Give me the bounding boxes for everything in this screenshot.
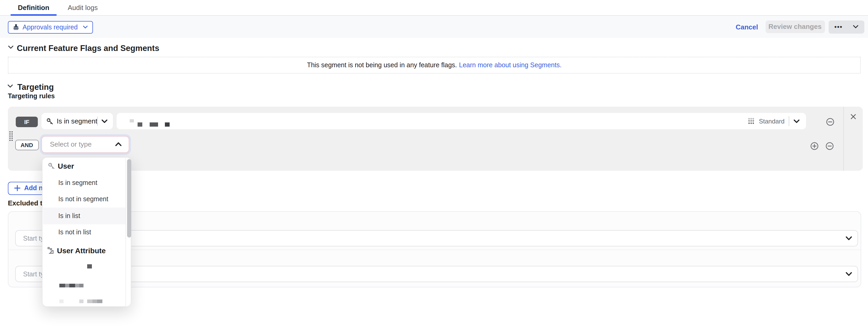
operator-select[interactable]: Is in segment <box>41 113 113 129</box>
to-segments-input[interactable] <box>15 266 858 282</box>
rule-card-divider <box>843 107 844 171</box>
key-icon <box>48 162 55 170</box>
menu-group-user-attribute: User Attribute <box>47 246 106 255</box>
clause-combobox-input[interactable] <box>49 140 118 149</box>
tab-audit-logs[interactable]: Audit logs <box>68 0 98 16</box>
targeting-rules-label: Targeting rules <box>8 92 55 100</box>
review-changes-button[interactable]: Review changes <box>765 21 825 33</box>
redacted-block <box>150 122 158 126</box>
to-user-input[interactable] <box>15 230 858 246</box>
redacted-block <box>59 283 84 288</box>
plus-icon <box>14 185 21 191</box>
redacted-block <box>87 299 102 303</box>
collapse-chevron-icon[interactable] <box>7 84 13 88</box>
redacted-block <box>137 122 142 126</box>
rollout-select[interactable]: Standard <box>748 113 800 129</box>
rollout-grid-dots-icon <box>748 118 755 124</box>
menu-option-is-not-in-list[interactable]: Is not in list <box>42 224 125 240</box>
rule-value-box[interactable]: Standard <box>116 113 806 129</box>
divider <box>97 117 98 126</box>
menu-group-user-label: User <box>58 162 74 170</box>
active-tab-underline <box>10 14 57 16</box>
menu-option-is-not-in-segment[interactable]: Is not in segment <box>42 191 125 207</box>
segment-definition-page: Definition Audit logs Approvals required… <box>0 0 868 331</box>
targeting-section-title: Targeting <box>17 83 54 92</box>
collapse-chevron-icon[interactable] <box>8 45 14 50</box>
operator-dropdown-menu: User Is in segment Is not in segment Is … <box>42 157 131 307</box>
menu-group-user: User <box>48 162 74 170</box>
scrollbar-thumb[interactable] <box>127 159 131 238</box>
excluded-targets-card: To user To segments <box>8 211 861 287</box>
redacted-block <box>59 299 64 303</box>
no-flags-message-box: This segment is not being used in any fe… <box>8 57 861 73</box>
to-user-input-field[interactable] <box>22 234 845 242</box>
key-icon <box>46 117 54 125</box>
clause-combobox[interactable] <box>41 136 129 153</box>
remove-clause-button[interactable] <box>825 142 834 150</box>
ellipsis-icon: ••• <box>834 23 842 31</box>
menu-option-is-in-list[interactable]: Is in list <box>42 208 125 224</box>
chevron-down-icon <box>845 236 852 241</box>
to-segments-input-field[interactable] <box>22 270 845 278</box>
chevron-down-icon <box>101 119 107 123</box>
attribute-icon <box>47 247 54 254</box>
if-badge: IF <box>16 116 38 127</box>
approvals-required-label: Approvals required <box>23 24 78 31</box>
redacted-block <box>165 122 169 126</box>
menu-group-user-attribute-label: User Attribute <box>57 246 106 255</box>
learn-more-link[interactable]: Learn more about using Segments. <box>459 61 562 69</box>
tab-definition[interactable]: Definition <box>18 0 49 16</box>
chevron-up-icon <box>115 142 122 146</box>
card-row-divider <box>9 249 861 250</box>
approvals-required-button[interactable]: Approvals required <box>8 21 93 33</box>
tab-bar: Definition Audit logs <box>0 0 868 16</box>
divider <box>789 116 789 126</box>
redacted-block <box>87 264 92 269</box>
operator-value: Is in segment <box>57 117 97 125</box>
drag-handle-icon[interactable] <box>9 131 13 142</box>
close-icon[interactable] <box>851 114 856 119</box>
remove-clause-button[interactable] <box>826 117 834 126</box>
and-badge: AND <box>15 140 39 150</box>
chevron-down-icon <box>845 272 852 276</box>
rollout-value: Standard <box>759 117 784 125</box>
add-clause-button[interactable] <box>810 142 818 150</box>
chevron-down-icon <box>853 25 859 29</box>
no-flags-message: This segment is not being used in any fe… <box>307 61 457 69</box>
redacted-block <box>130 119 134 122</box>
scrollbar-track <box>125 158 126 307</box>
redacted-block <box>79 299 83 303</box>
flags-section-title: Current Feature Flags and Segments <box>17 43 159 53</box>
cancel-button[interactable]: Cancel <box>736 23 758 31</box>
chevron-down-icon <box>794 119 800 123</box>
more-actions-button[interactable]: ••• <box>829 21 864 33</box>
chevron-down-icon <box>83 26 88 29</box>
stamp-icon <box>12 24 20 31</box>
menu-option-is-in-segment[interactable]: Is in segment <box>42 174 125 191</box>
